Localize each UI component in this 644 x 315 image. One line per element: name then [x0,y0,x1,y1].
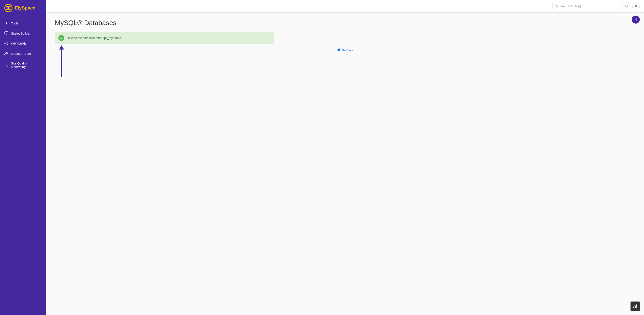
sidebar-item-tools[interactable]: ✦ Tools [0,18,46,28]
notifications-button[interactable] [622,2,630,10]
sidebar-item-label: Manage Team [11,52,31,55]
user-profile-button[interactable] [632,2,640,10]
page-title: MySQL® Databases [55,19,636,27]
go-back-label: Go Back [342,49,353,52]
sidebar-item-manageteam[interactable]: Manage Team [0,48,46,58]
go-back-icon [337,48,341,52]
sidebar-item-label: Sitejet Builder [11,32,30,35]
sidebar-item-sitejet[interactable]: Sitejet Builder [0,28,46,38]
arrow-annotation [59,45,64,77]
search-input[interactable] [560,5,617,8]
svg-rect-17 [633,307,634,308]
main-wrapper: 4 MySQL® Databases Deleted the database … [46,0,644,315]
svg-text:W: W [5,42,7,45]
svg-point-2 [8,7,10,9]
svg-rect-18 [635,306,636,308]
analytics-widget[interactable] [630,302,640,311]
elyspace-logo-icon [4,4,13,12]
svg-point-12 [556,5,558,7]
success-alert: Deleted the database "startups_myphone". [55,32,274,44]
success-icon [58,35,64,41]
header [46,0,644,13]
svg-line-11 [7,66,8,67]
svg-point-14 [626,7,627,8]
sidebar-item-sitequality[interactable]: Site Quality Monitoring [0,58,46,72]
svg-point-10 [5,64,7,66]
svg-point-15 [635,5,637,6]
sitejet-icon [4,31,8,35]
sidebar: ElySpace ✦ Tools Sitejet Builder W WP To… [0,0,46,315]
alert-text: Deleted the database "startups_myphone". [67,36,123,40]
logo-text: ElySpace [15,5,36,11]
sidebar-item-label: Site Quality Monitoring [11,61,42,69]
monitoring-icon [4,63,8,67]
sidebar-item-label: Tools [11,21,18,25]
sidebar-nav: ✦ Tools Sitejet Builder W WP Toolkit Man… [0,16,46,72]
svg-point-8 [5,52,6,54]
search-icon [555,4,559,8]
go-back-link[interactable]: Go Back [337,48,353,52]
wp-icon: W [4,41,8,45]
team-icon [4,51,8,56]
svg-point-9 [6,52,8,54]
page-content: 4 MySQL® Databases Deleted the database … [46,13,644,315]
svg-rect-3 [5,32,8,34]
arrow-head [59,45,64,49]
svg-line-13 [558,6,558,7]
sidebar-item-wptoolkit[interactable]: W WP Toolkit [0,38,46,48]
svg-rect-19 [636,305,637,308]
sidebar-logo[interactable]: ElySpace [0,0,46,16]
header-icons [622,2,640,10]
arrow-line [61,49,62,77]
notification-badge: 4 [632,15,640,23]
tools-icon: ✦ [4,21,8,25]
sidebar-item-label: WP Toolkit [11,42,26,45]
svg-point-16 [338,48,340,51]
search-bar[interactable] [552,3,620,10]
